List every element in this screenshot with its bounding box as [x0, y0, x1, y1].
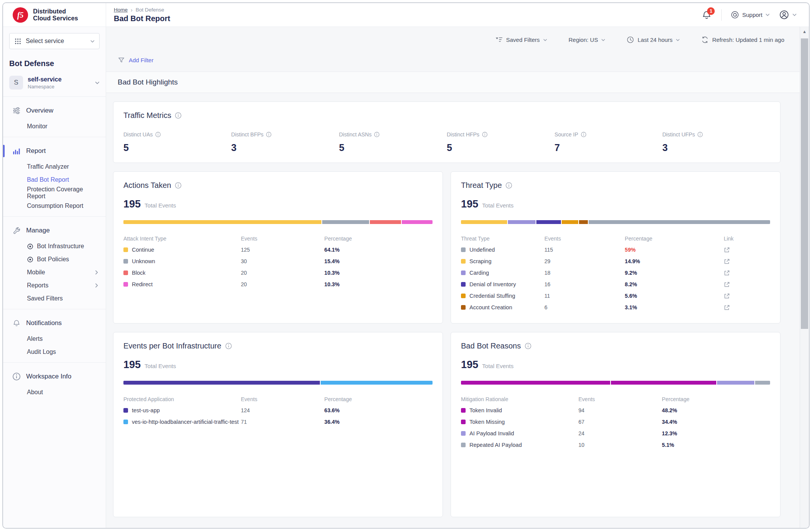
nav-label: Overview	[26, 107, 53, 114]
region-dropdown[interactable]: Region: US	[569, 37, 606, 43]
bar-segment	[588, 220, 770, 224]
target-icon	[27, 256, 33, 263]
sidebar-item-report[interactable]: Report	[3, 142, 106, 160]
info-icon[interactable]	[697, 132, 703, 137]
namespace-name: self-service	[28, 76, 62, 83]
sidebar-item-protection-coverage-report[interactable]: Protection Coverage Report	[3, 186, 106, 199]
region-label: Region: US	[569, 37, 598, 43]
scroll-up-arrow-icon[interactable]: ▲	[800, 29, 809, 34]
add-filter-button[interactable]: Add Filter	[118, 56, 153, 64]
info-icon[interactable]	[155, 132, 161, 137]
external-link-icon[interactable]	[724, 281, 730, 288]
refresh-button[interactable]: Refresh: Updated 1 min ago	[701, 36, 784, 43]
chevron-down-icon	[95, 81, 100, 84]
account-menu[interactable]	[779, 10, 797, 20]
select-service-dropdown[interactable]: Select service	[9, 33, 100, 49]
sidebar-item-saved-filters[interactable]: Saved Filters	[3, 292, 106, 305]
sidebar-item-traffic-analyzer[interactable]: Traffic Analyzer	[3, 160, 106, 173]
bar-chart-icon	[12, 147, 21, 155]
legend-swatch	[461, 259, 466, 264]
info-icon[interactable]	[175, 182, 181, 189]
table-row: Scraping 29 14.9%	[461, 256, 770, 267]
sidebar-item-monitor[interactable]: Monitor	[3, 120, 106, 133]
info-icon[interactable]	[266, 132, 271, 137]
legend-swatch	[461, 282, 466, 287]
row-label: Carding	[469, 270, 489, 276]
external-link-icon[interactable]	[724, 293, 730, 299]
external-link-icon[interactable]	[724, 247, 730, 253]
namespace-selector[interactable]: S self-service Namespace	[3, 72, 106, 96]
top-bar: f5 Distributed Cloud Services Home › Bot…	[3, 3, 809, 27]
bar-segment	[401, 220, 433, 224]
row-label: AI Payload Invalid	[469, 430, 514, 436]
sidebar-item-bot-infrastructure[interactable]: Bot Infrastructure	[3, 240, 106, 253]
legend-swatch	[461, 294, 466, 298]
bell-icon	[12, 319, 21, 327]
vertical-scrollbar[interactable]: ▲	[800, 27, 809, 528]
row-events: 67	[579, 419, 662, 425]
external-link-icon[interactable]	[724, 270, 730, 276]
info-icon[interactable]	[225, 343, 232, 349]
table-row: Token Invalid 94 48.2%	[461, 405, 770, 416]
sidebar-item-consumption-report[interactable]: Consumption Report	[3, 199, 106, 212]
row-events: 11	[544, 293, 625, 299]
metric-label: Distinct ASNs	[339, 131, 372, 138]
sidebar-item-overview[interactable]: Overview	[3, 101, 106, 120]
row-events: 94	[579, 407, 662, 413]
threat-type-stacked-bar	[461, 220, 770, 224]
row-label: Scraping	[469, 258, 491, 264]
brand-name: Distributed Cloud Services	[33, 8, 78, 22]
sidebar-item-reports[interactable]: Reports	[3, 279, 106, 292]
info-icon[interactable]	[175, 112, 181, 119]
row-percentage: 9.2%	[625, 270, 724, 276]
column-header: Percentage	[662, 396, 770, 402]
nav-label: Alerts	[27, 335, 43, 342]
saved-filters-dropdown[interactable]: Saved Filters	[495, 36, 547, 43]
row-percentage: 48.2%	[662, 407, 770, 413]
breadcrumb-home-link[interactable]: Home	[114, 7, 128, 13]
external-link-icon[interactable]	[724, 304, 730, 311]
actions-taken-stacked-bar	[123, 220, 433, 224]
info-icon[interactable]	[482, 132, 488, 137]
metric-label: Distinct UAs	[123, 131, 153, 138]
column-header: Percentage	[324, 236, 433, 242]
chevron-down-icon	[90, 40, 95, 43]
info-icon[interactable]	[506, 182, 512, 189]
sidebar-item-bad-bot-report[interactable]: Bad Bot Report	[3, 173, 106, 186]
nav-label: Workspace Info	[26, 373, 72, 380]
sidebar-item-workspace-info[interactable]: Workspace Info	[3, 367, 106, 386]
row-percentage: 3.1%	[625, 304, 724, 310]
sidebar-item-manage[interactable]: Manage	[3, 221, 106, 240]
total-events-label: Total Events	[482, 363, 514, 369]
metric-value: 7	[554, 142, 662, 153]
notifications-bell-button[interactable]: 1	[701, 10, 712, 20]
support-menu[interactable]: Support	[731, 11, 770, 19]
infrastructure-table: Protected Application Events Percentage …	[123, 394, 433, 428]
external-link-icon[interactable]	[724, 258, 730, 265]
threat-type-card: Threat Type 195 Total Events	[451, 171, 780, 324]
info-icon[interactable]	[581, 132, 586, 137]
total-events-label: Total Events	[482, 202, 514, 209]
legend-swatch	[461, 305, 466, 310]
metric-value: 3	[231, 142, 339, 153]
time-range-dropdown[interactable]: Last 24 hours	[627, 36, 680, 43]
sidebar-divider	[3, 216, 106, 217]
card-title: Events per Bot Infrastructure	[123, 342, 221, 350]
bar-segment	[320, 381, 433, 385]
sidebar-item-mobile[interactable]: Mobile	[3, 266, 106, 279]
sidebar-item-notifications[interactable]: Notifications	[3, 314, 106, 332]
total-events-label: Total Events	[145, 202, 176, 209]
table-row: test-us-app 124 63.6%	[123, 405, 433, 416]
column-header: Percentage	[625, 236, 724, 242]
filter-lines-icon	[495, 36, 503, 43]
info-icon[interactable]	[374, 132, 379, 137]
sidebar-item-bot-policies[interactable]: Bot Policies	[3, 253, 106, 266]
sidebar-item-about[interactable]: About	[3, 386, 106, 399]
sidebar-divider	[3, 137, 106, 137]
info-icon[interactable]	[525, 343, 531, 349]
legend-swatch	[461, 443, 466, 447]
sidebar-item-alerts[interactable]: Alerts	[3, 332, 106, 345]
sidebar-item-audit-logs[interactable]: Audit Logs	[3, 345, 106, 358]
scrollbar-thumb[interactable]	[801, 38, 808, 329]
refresh-status-label: Refresh: Updated 1 min ago	[712, 37, 784, 43]
